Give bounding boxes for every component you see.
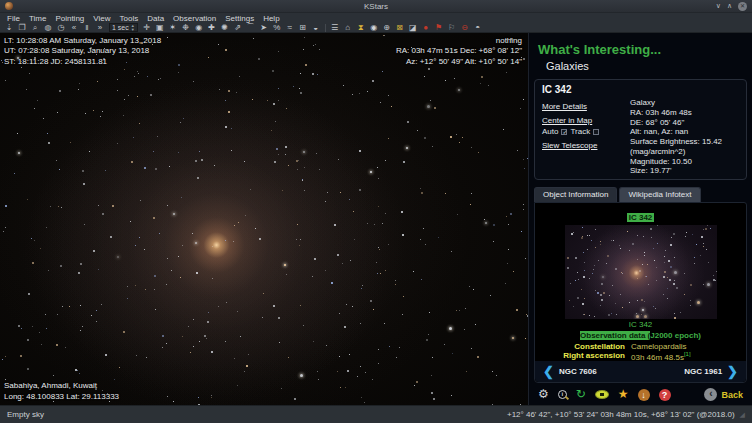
time-step-forward-icon[interactable]: » bbox=[96, 23, 104, 32]
panel-title: What's Interesting... bbox=[538, 42, 752, 57]
wikipedia-infobox-pane[interactable]: IC 342 IC 342 Observation data (J2000 ep… bbox=[534, 202, 747, 383]
sky-map[interactable]: LT: 10:28:08 AM Saturday, January 13, 20… bbox=[0, 33, 528, 405]
screenshot-icon[interactable]: ▣ bbox=[156, 23, 164, 32]
flag-list-icon[interactable]: ☰ bbox=[331, 23, 339, 32]
settings-gear-icon[interactable]: ⚙ bbox=[538, 388, 549, 401]
toggle-clock-icon[interactable]: ‖ bbox=[83, 23, 91, 32]
visibility-eye-icon[interactable] bbox=[595, 390, 609, 399]
crosshair-toggle-icon[interactable]: ✚ bbox=[208, 23, 216, 32]
stars-toggle-icon[interactable]: ✶ bbox=[169, 23, 177, 32]
infobox-table: ConstellationCamelopardalisRight ascensi… bbox=[535, 342, 746, 361]
menu-time[interactable]: Time bbox=[29, 14, 46, 23]
object-summary-line-4: Surface Brightness: 15.42 (mag/arcmin^2) bbox=[630, 137, 739, 157]
close-icon[interactable]: ✕ bbox=[738, 2, 747, 11]
mask-icon[interactable]: ◪ bbox=[409, 23, 417, 32]
menu-pointing[interactable]: Pointing bbox=[55, 14, 84, 23]
red-flag-icon[interactable]: ⚑ bbox=[435, 23, 443, 32]
download-data-icon[interactable]: ⇣ bbox=[5, 23, 13, 32]
deep-sky-toggle-icon[interactable]: ❉ bbox=[182, 23, 190, 32]
tab-object-information[interactable]: Object Information bbox=[534, 187, 617, 202]
details-icon[interactable]: i bbox=[558, 390, 567, 399]
fov-symbol-icon[interactable]: ❐ bbox=[18, 23, 26, 32]
ic342-thumbnail bbox=[565, 225, 717, 319]
next-object-button[interactable]: NGC 1961 ❯ bbox=[684, 365, 738, 378]
track-label: Track bbox=[570, 127, 590, 136]
menu-view[interactable]: View bbox=[93, 14, 110, 23]
gray-flag-icon[interactable]: ⚐ bbox=[448, 23, 456, 32]
equatorial-grid-icon[interactable]: ⊞ bbox=[299, 23, 307, 32]
time-info-overlay: LT: 10:28:08 AM Saturday, January 13, 20… bbox=[4, 36, 161, 67]
next-arrow-icon[interactable]: ❯ bbox=[727, 365, 738, 378]
constellation-lines-icon[interactable]: ⌒ bbox=[247, 23, 255, 32]
observation-data-rest: J2000 epoch) bbox=[650, 331, 701, 340]
reload-icon[interactable]: ↻ bbox=[576, 388, 586, 401]
target-icon[interactable]: ⊕ bbox=[383, 23, 391, 32]
menu-help[interactable]: Help bbox=[263, 14, 279, 23]
record-icon[interactable]: ● bbox=[422, 23, 430, 32]
next-object-label: NGC 1961 bbox=[684, 367, 722, 376]
maximize-icon[interactable]: ∧ bbox=[727, 2, 732, 10]
help-icon[interactable]: ? bbox=[659, 389, 671, 401]
lock-icon[interactable]: ⊠ bbox=[396, 23, 404, 32]
location-info-overlay: Sabahiya, Ahmadi, KuwaitLong: 48.100833 … bbox=[4, 381, 119, 402]
remove-flag-icon[interactable]: ⊖ bbox=[461, 23, 469, 32]
menu-file[interactable]: File bbox=[7, 14, 20, 23]
menu-data[interactable]: Data bbox=[147, 14, 164, 23]
menu-tools[interactable]: Tools bbox=[120, 14, 139, 23]
minimize-icon[interactable]: ∨ bbox=[716, 2, 721, 10]
find-object-icon[interactable]: ⌕ bbox=[31, 23, 39, 32]
focus-info-line-0: nothing bbox=[396, 36, 522, 46]
observatory-icon[interactable]: ⌂ bbox=[344, 23, 352, 32]
geographic-location-icon[interactable]: ◍ bbox=[44, 23, 52, 32]
track-checkbox[interactable] bbox=[593, 129, 599, 135]
status-coordinates: +12° 46' 42", +10° 53' 24" 03h 48m 10s, … bbox=[507, 410, 735, 419]
planets-toggle-icon[interactable]: ◉ bbox=[195, 23, 203, 32]
eye-icon[interactable]: ◉ bbox=[370, 23, 378, 32]
satellites-toggle-icon[interactable]: ⇗ bbox=[234, 23, 242, 32]
prev-object-label: NGC 7606 bbox=[559, 367, 597, 376]
whats-interesting-panel: What's Interesting... Galaxies IC 342 Mo… bbox=[528, 33, 752, 405]
object-summary-line-3: Alt: nan, Az: nan bbox=[630, 127, 739, 137]
back-button[interactable]: ‹Back bbox=[704, 388, 743, 401]
track-object-icon[interactable]: ✛ bbox=[143, 23, 151, 32]
reference-superscript[interactable]: [1] bbox=[684, 351, 691, 357]
tab-wikipedia-infotext[interactable]: Wikipedia Infotext bbox=[619, 187, 700, 202]
more-details-link[interactable]: More Details bbox=[542, 102, 630, 111]
back-chevron-icon: ‹ bbox=[704, 388, 717, 401]
starfield bbox=[0, 33, 528, 405]
constellation-art-icon[interactable]: % bbox=[273, 23, 281, 32]
title-bar[interactable]: KStars ∨ ∧ ✕ bbox=[0, 0, 752, 13]
time-info-line-1: UT: 07:28:08 Saturday, January 13, 2018 bbox=[4, 46, 161, 56]
auto-checkbox[interactable] bbox=[561, 129, 567, 135]
resize-grip[interactable]: ◢ bbox=[740, 411, 745, 419]
menu-settings[interactable]: Settings bbox=[225, 14, 254, 23]
prev-object-button[interactable]: ❮ NGC 7606 bbox=[543, 365, 597, 378]
object-summary-box: IC 342 More Details Center in Map Auto T… bbox=[534, 79, 747, 180]
infobox-title[interactable]: IC 342 bbox=[627, 213, 655, 222]
supernovae-toggle-icon[interactable]: ✺ bbox=[221, 23, 229, 32]
slew-telescope-link[interactable]: Slew Telescope bbox=[542, 141, 630, 150]
infobox-row: ConstellationCamelopardalis bbox=[535, 342, 746, 351]
spinner-arrows-icon[interactable]: ▲▼ bbox=[131, 24, 135, 32]
time-step-back-icon[interactable]: « bbox=[70, 23, 78, 32]
prev-arrow-icon[interactable]: ❮ bbox=[543, 365, 554, 378]
infobox-row: Right ascension03h 46m 48.5s[1] bbox=[535, 351, 746, 361]
time-step-spinbox[interactable]: 1 sec ▲▼ bbox=[109, 23, 138, 32]
menu-observation[interactable]: Observation bbox=[173, 14, 216, 23]
milky-way-icon[interactable]: ≈ bbox=[286, 23, 294, 32]
window-title: KStars bbox=[0, 2, 752, 11]
focus-info-line-1: RA: 03h 47m 51s Dec: +68° 08' 12" bbox=[396, 46, 522, 56]
toolbar-separator bbox=[325, 24, 326, 32]
hourglass-icon[interactable]: ⧗ bbox=[357, 23, 365, 32]
thumbnail-caption: IC 342 bbox=[535, 320, 746, 329]
horizon-icon[interactable]: ◒ bbox=[312, 23, 320, 32]
center-in-map-link[interactable]: Center in Map bbox=[542, 116, 630, 125]
infobox-label: Right ascension bbox=[535, 351, 631, 361]
favorite-star-icon[interactable]: ★ bbox=[618, 388, 629, 401]
split-circle-icon[interactable]: ◓ bbox=[474, 23, 482, 32]
download-icon[interactable]: ↓ bbox=[638, 389, 650, 401]
object-summary-line-2: DE: 68° 05' 46" bbox=[630, 118, 739, 128]
object-info-text: GalaxyRA: 03h 46m 48sDE: 68° 05' 46"Alt:… bbox=[630, 98, 739, 176]
set-time-icon[interactable]: ◷ bbox=[57, 23, 65, 32]
constellation-names-icon[interactable]: ➤ bbox=[260, 23, 268, 32]
